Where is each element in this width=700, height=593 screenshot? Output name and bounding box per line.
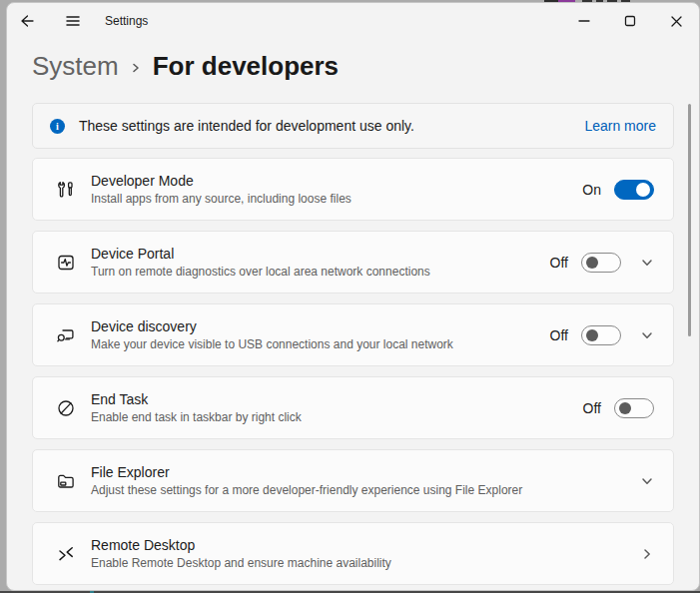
setting-title: Device Portal [91, 246, 430, 262]
toggle-state-label: Off [550, 327, 568, 343]
chevron-down-icon[interactable] [640, 256, 654, 270]
minimize-button[interactable] [561, 3, 607, 39]
remote-desktop-icon [56, 544, 76, 564]
toggle-switch[interactable] [581, 253, 621, 273]
toggle-state-label: Off [550, 255, 568, 271]
setting-row[interactable]: File Explorer Adjust these settings for … [32, 449, 674, 512]
breadcrumb-chevron-icon [130, 60, 142, 76]
setting-subtitle: Adjust these settings for a more develop… [91, 483, 522, 497]
close-icon [670, 15, 683, 28]
setting-row[interactable]: Developer Mode Install apps from any sou… [32, 158, 674, 221]
folder-icon [56, 471, 76, 491]
back-button[interactable] [7, 3, 47, 39]
maximize-icon [624, 15, 636, 27]
setting-row[interactable]: Device discovery Make your device visibl… [32, 303, 674, 366]
toggle-knob [586, 329, 598, 341]
setting-title: Device discovery [91, 318, 453, 334]
close-button[interactable] [653, 3, 699, 39]
setting-title: End Task [91, 391, 302, 407]
back-arrow-icon [19, 13, 35, 29]
toggle-switch[interactable] [614, 180, 654, 200]
toggle-state-label: On [582, 182, 601, 198]
toggle-knob [636, 183, 650, 197]
setting-subtitle: Install apps from any source, including … [91, 192, 351, 206]
maximize-button[interactable] [607, 3, 653, 39]
learn-more-link[interactable]: Learn more [584, 118, 656, 134]
breadcrumb: System For developers [32, 45, 699, 87]
toggle-knob [586, 257, 598, 269]
setting-subtitle: Enable end task in taskbar by right clic… [91, 410, 302, 424]
setting-subtitle: Make your device visible to USB connecti… [91, 337, 453, 351]
toggle-state-label: Off [583, 400, 601, 416]
setting-subtitle: Turn on remote diagnostics over local ar… [91, 265, 430, 279]
info-banner: i These settings are intended for develo… [32, 103, 674, 149]
chevron-down-icon[interactable] [640, 328, 654, 342]
setting-subtitle: Enable Remote Desktop and ensure machine… [91, 556, 391, 570]
setting-row[interactable]: Remote Desktop Enable Remote Desktop and… [32, 522, 674, 585]
chevron-down-icon[interactable] [640, 474, 654, 488]
hamburger-icon [65, 13, 81, 29]
breadcrumb-system[interactable]: System [32, 51, 119, 82]
device-portal-icon [56, 253, 76, 273]
toggle-knob [619, 402, 631, 414]
wrench-screwdriver-icon [56, 180, 76, 200]
toggle-switch[interactable] [581, 325, 621, 345]
minimize-icon [578, 15, 590, 27]
info-icon: i [50, 119, 65, 134]
info-banner-text: These settings are intended for developm… [79, 118, 414, 134]
settings-window: Settings System For developers i These s… [6, 2, 700, 591]
title-bar: Settings [7, 3, 699, 39]
chevron-right-icon[interactable] [640, 547, 654, 561]
page-title: For developers [153, 51, 339, 82]
window-controls [561, 3, 699, 39]
setting-title: File Explorer [91, 464, 522, 480]
scrollbar-thumb[interactable] [688, 104, 691, 336]
setting-row[interactable]: Device Portal Turn on remote diagnostics… [32, 231, 674, 294]
setting-title: Remote Desktop [91, 537, 391, 553]
device-discovery-icon [56, 325, 76, 345]
end-task-icon [56, 398, 76, 418]
settings-list: Developer Mode Install apps from any sou… [32, 158, 674, 585]
navigation-menu-button[interactable] [53, 3, 93, 39]
toggle-switch[interactable] [614, 398, 654, 418]
setting-title: Developer Mode [91, 173, 351, 189]
window-title: Settings [105, 14, 148, 28]
setting-row[interactable]: End Task Enable end task in taskbar by r… [32, 376, 674, 439]
